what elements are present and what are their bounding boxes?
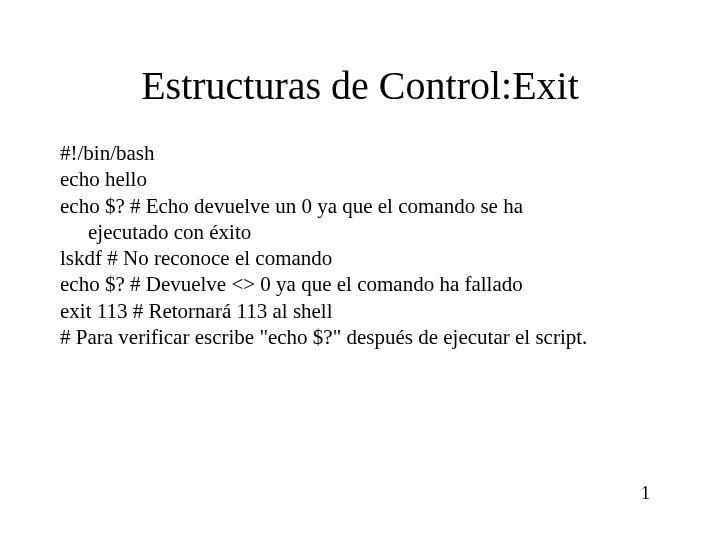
page-number: 1 (641, 483, 650, 504)
code-line: echo $? # Echo devuelve un 0 ya que el c… (60, 193, 660, 219)
code-line: #!/bin/bash (60, 140, 660, 166)
code-line: # Para verificar escribe "echo $?" despu… (60, 324, 660, 350)
code-line: echo $? # Devuelve <> 0 ya que el comand… (60, 271, 660, 297)
code-block: #!/bin/bash echo hello echo $? # Echo de… (60, 140, 660, 350)
code-line: exit 113 # Retornará 113 al shell (60, 298, 660, 324)
code-line: echo hello (60, 166, 660, 192)
code-line-continuation: ejecutado con éxito (60, 219, 660, 245)
code-line: lskdf # No reconoce el comando (60, 245, 660, 271)
slide-title: Estructuras de Control:Exit (0, 62, 720, 109)
slide: Estructuras de Control:Exit #!/bin/bash … (0, 0, 720, 540)
